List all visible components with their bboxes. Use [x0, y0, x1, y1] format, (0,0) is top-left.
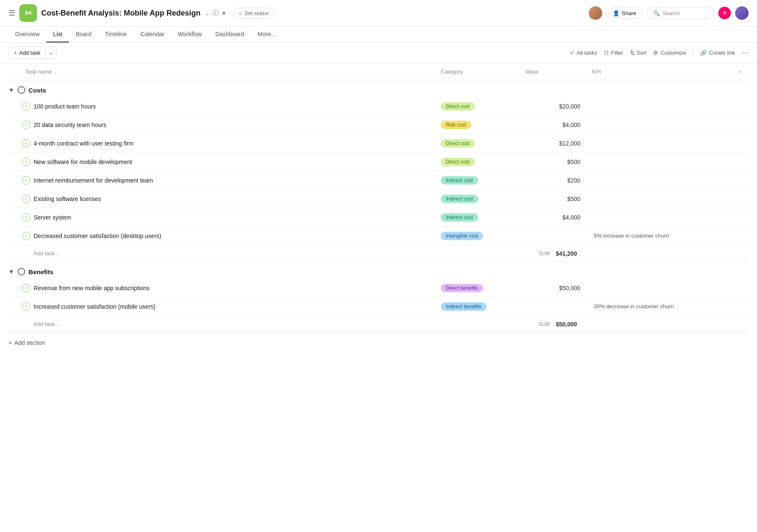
tab-overview[interactable]: Overview — [8, 26, 46, 42]
title-icons: ⌄ ⓘ ★ — [205, 9, 227, 17]
tab-board[interactable]: Board — [69, 26, 98, 42]
value-cell — [521, 233, 589, 239]
kpi-cell: 20% decrease in customer churn — [589, 300, 732, 313]
new-task-button[interactable]: + — [718, 7, 731, 19]
value-cell: $50,000 — [521, 281, 589, 295]
task-label: 100 product team hours — [34, 103, 96, 110]
table-row: ✓ Revenue from new mobile app subscripti… — [8, 279, 749, 297]
circle-icon: ○ — [239, 10, 242, 16]
task-name-cell: ✓ Revenue from new mobile app subscripti… — [8, 281, 437, 296]
task-name-cell: ✓ New software for mobile development — [8, 154, 437, 169]
task-check[interactable]: ✓ — [22, 176, 30, 185]
task-name-cell: ✓ 4-month contract with user testing fir… — [8, 136, 437, 151]
task-label: Increased customer satisfaction (mobile … — [34, 303, 155, 310]
category-badge[interactable]: Indirect cost — [441, 195, 478, 203]
add-task-button[interactable]: + Add task — [9, 47, 45, 58]
task-check[interactable]: ✓ — [22, 195, 30, 203]
table-row: ✓ Internet reimbursement for development… — [8, 171, 749, 190]
costs-collapse-button[interactable]: ▼ — [8, 87, 14, 93]
task-check[interactable]: ✓ — [22, 284, 30, 292]
tab-list[interactable]: List — [46, 26, 69, 42]
table-row: ✓ Server system Indirect cost $4,000 — [8, 208, 749, 227]
share-button[interactable]: 👤 Share — [606, 8, 643, 19]
category-cell: Indirect cost — [437, 210, 521, 225]
task-check[interactable]: ✓ — [22, 302, 30, 311]
table-row: ✓ New software for mobile development Di… — [8, 153, 749, 171]
info-icon[interactable]: ⓘ — [212, 9, 219, 17]
create-link-button[interactable]: 🔗 Create link — [700, 50, 735, 56]
category-cell: Direct cost — [437, 99, 521, 114]
kpi-cell — [589, 140, 732, 147]
category-badge[interactable]: Direct benefits — [441, 284, 483, 292]
filter-button[interactable]: ☷ Filter — [604, 50, 623, 56]
category-cell: Intangible cost — [437, 228, 521, 244]
costs-section-title: Costs — [29, 87, 46, 94]
tab-timeline[interactable]: Timeline — [98, 26, 134, 42]
task-check[interactable]: ✓ — [22, 102, 30, 111]
tab-workflow[interactable]: Workflow — [171, 26, 209, 42]
tab-dashboard[interactable]: Dashboard — [209, 26, 251, 42]
avatar-secondary[interactable] — [735, 6, 749, 20]
category-badge[interactable]: Intangible cost — [441, 232, 483, 240]
costs-add-task[interactable]: Add task... — [8, 248, 437, 259]
category-badge[interactable]: Indirect cost — [441, 213, 478, 222]
kpi-cell — [589, 122, 732, 128]
task-check[interactable]: ✓ — [22, 158, 30, 166]
category-cell: Direct cost — [437, 154, 521, 169]
category-badge[interactable]: Direct cost — [441, 139, 475, 148]
kpi-cell — [589, 177, 732, 184]
table-row: ✓ 4-month contract with user testing fir… — [8, 134, 749, 153]
task-name-cell: ✓ Increased customer satisfaction (mobil… — [8, 299, 437, 314]
avatar-primary[interactable] — [589, 6, 602, 20]
task-check[interactable]: ✓ — [22, 213, 30, 222]
star-icon[interactable]: ★ — [221, 10, 227, 16]
top-bar-right: 👤 Share 🔍 Search + — [589, 6, 749, 20]
task-label: 4-month contract with user testing firm — [34, 140, 133, 147]
sort-button[interactable]: ⇅ Sort — [630, 50, 647, 56]
top-bar: ☰ ✂ Cost-Benefit Analysis: Mobile App Re… — [0, 0, 757, 26]
task-name-cell: ✓ Decreased customer satisfaction (deskt… — [8, 228, 437, 244]
category-badge[interactable]: Indirect cost — [441, 176, 478, 185]
value-cell: $500 — [521, 155, 589, 169]
task-name-cell: ✓ 20 data security team hours — [8, 117, 437, 132]
chevron-down-icon[interactable]: ⌄ — [205, 10, 210, 16]
task-label: Decreased customer satisfaction (desktop… — [34, 233, 161, 239]
table-row: ✓ Decreased customer satisfaction (deskt… — [8, 227, 749, 245]
col-value: Value — [521, 67, 589, 77]
add-column-button[interactable]: + — [732, 67, 749, 77]
add-task-dropdown[interactable]: ⌄ — [45, 48, 56, 58]
customize-button[interactable]: ⚙ Customize — [653, 50, 686, 56]
all-tasks-button[interactable]: ✓ All tasks — [570, 50, 597, 56]
more-button[interactable]: ⋯ — [742, 49, 749, 57]
benefits-section-header: ▼ Benefits — [8, 262, 749, 279]
task-name-cell: ✓ 100 product team hours — [8, 99, 437, 114]
col-kpi: KPI — [589, 67, 732, 77]
hamburger-menu[interactable]: ☰ — [8, 8, 15, 18]
plus-icon: + — [8, 339, 12, 346]
add-section-button[interactable]: + Add section — [0, 333, 757, 353]
project-title: Cost-Benefit Analysis: Mobile App Redesi… — [41, 9, 201, 18]
task-label: Internet reimbursement for development t… — [34, 177, 153, 184]
category-badge[interactable]: Direct cost — [441, 102, 475, 111]
category-badge[interactable]: Risk cost — [441, 121, 471, 129]
set-status-button[interactable]: ○ Set status — [233, 8, 274, 19]
tab-calendar[interactable]: Calendar — [134, 26, 171, 42]
benefits-add-task[interactable]: Add task... — [8, 318, 437, 330]
task-check[interactable]: ✓ — [22, 121, 30, 129]
value-cell: $4,000 — [521, 211, 589, 224]
tab-more[interactable]: More... — [251, 26, 283, 42]
task-check[interactable]: ✓ — [22, 139, 30, 148]
category-cell: Direct cost — [437, 136, 521, 151]
category-badge[interactable]: Direct cost — [441, 158, 475, 166]
search-box[interactable]: 🔍 Search — [647, 7, 714, 19]
category-cell: Indirect benefits — [437, 299, 521, 314]
category-badge[interactable]: Indirect benefits — [441, 302, 487, 311]
task-label: New software for mobile development — [34, 159, 132, 165]
benefits-section-icon — [18, 268, 25, 275]
benefits-collapse-button[interactable]: ▼ — [8, 268, 14, 275]
benefits-sum-row: Add task... SUM $50,000 — [8, 316, 749, 333]
col-task-name: Task name ⌄ — [8, 67, 437, 77]
task-check[interactable]: ✓ — [22, 232, 30, 240]
value-cell: $4,000 — [521, 118, 589, 132]
sort-icon-task[interactable]: ⌄ — [53, 69, 58, 75]
